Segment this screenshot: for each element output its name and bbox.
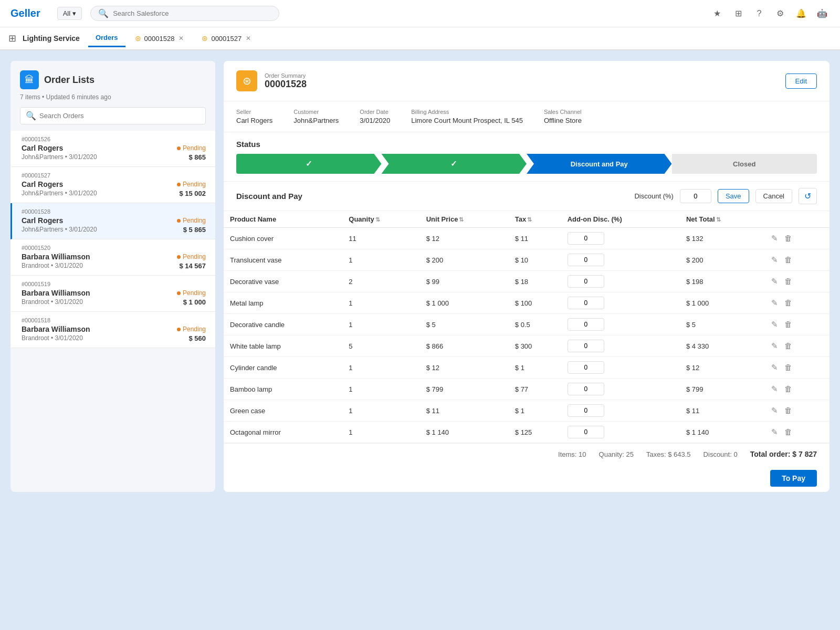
tab-close-2[interactable]: ✕ [245, 34, 252, 43]
grid-icon[interactable]: ⊞ [8, 33, 16, 44]
cell-actions: ✎ 🗑 [763, 292, 830, 314]
cell-product: Decorative vase [224, 271, 342, 292]
edit-row-button[interactable]: ✎ [769, 426, 780, 438]
delete-row-button[interactable]: 🗑 [782, 297, 794, 308]
save-button[interactable]: Save [718, 189, 749, 203]
order-name: Barbara Williamson [22, 253, 90, 261]
tab-00001528[interactable]: ⊛ 00001528 ✕ [128, 29, 193, 47]
delete-row-button[interactable]: 🗑 [782, 426, 794, 437]
cell-addon[interactable] [561, 249, 680, 271]
delete-row-button[interactable]: 🗑 [782, 405, 794, 416]
cell-unit-price: $ 99 [420, 271, 509, 292]
table-row: Metal lamp 1 $ 1 000 $ 100 $ 1 000 ✎ 🗑 [224, 292, 830, 314]
cell-net-total: $ 200 [680, 249, 763, 271]
cell-addon[interactable] [561, 292, 680, 314]
discount-input[interactable] [680, 189, 711, 203]
edit-row-button[interactable]: ✎ [769, 405, 780, 416]
delete-row-button[interactable]: 🗑 [782, 233, 794, 244]
refresh-button[interactable]: ↺ [799, 188, 817, 204]
search-orders-input[interactable] [39, 112, 200, 120]
status-dot [177, 146, 181, 150]
tab-close-1[interactable]: ✕ [177, 34, 185, 43]
addon-input[interactable] [568, 254, 604, 266]
edit-row-button[interactable]: ✎ [769, 276, 780, 287]
tab-00001527[interactable]: ⊛ 00001527 ✕ [194, 29, 259, 47]
addon-input[interactable] [568, 275, 604, 288]
order-item[interactable]: #00001527 Carl Rogers Pending John&Partn… [10, 167, 215, 203]
status-step-2: ✓ [382, 154, 527, 174]
global-search[interactable]: 🔍 [90, 6, 279, 21]
edit-row-button[interactable]: ✎ [769, 297, 780, 309]
cell-unit-price: $ 1 140 [420, 422, 509, 443]
addon-input[interactable] [568, 361, 604, 374]
delete-row-button[interactable]: 🗑 [782, 319, 794, 330]
footer-discount: Discount: 0 [704, 450, 738, 458]
cell-net-total: $ 12 [680, 357, 763, 379]
cell-actions: ✎ 🗑 [763, 335, 830, 357]
cell-unit-price: $ 200 [420, 249, 509, 271]
search-orders[interactable]: 🔍 [20, 107, 206, 124]
cell-tax: $ 1 [509, 400, 561, 422]
edit-button[interactable]: Edit [785, 74, 817, 89]
order-item[interactable]: #00001519 Barbara Williamson Pending Bra… [10, 276, 215, 312]
cell-product: Octagonal mirror [224, 422, 342, 443]
order-item[interactable]: #00001518 Barbara Williamson Pending Bra… [10, 312, 215, 348]
status-badge: Pending [177, 326, 206, 333]
delete-row-button[interactable]: 🗑 [782, 340, 794, 351]
all-dropdown[interactable]: All ▾ [57, 7, 82, 20]
cell-addon[interactable] [561, 314, 680, 335]
nav-actions: ★ ⊞ ? ⚙ 🔔 🤖 [710, 6, 830, 21]
table-row: Green case 1 $ 11 $ 1 $ 11 ✎ 🗑 [224, 400, 830, 422]
order-item[interactable]: #00001526 Carl Rogers Pending John&Partn… [10, 131, 215, 167]
cell-addon[interactable] [561, 271, 680, 292]
edit-row-button[interactable]: ✎ [769, 383, 780, 395]
cell-tax: $ 1 [509, 357, 561, 379]
pay-row: To Pay [224, 465, 830, 492]
cell-addon[interactable] [561, 400, 680, 422]
order-name: Carl Rogers [22, 180, 63, 188]
addon-input[interactable] [568, 297, 604, 309]
status-badge: Pending [177, 181, 206, 188]
addon-input[interactable] [568, 340, 604, 352]
addon-input[interactable] [568, 232, 604, 245]
delete-row-button[interactable]: 🗑 [782, 254, 794, 265]
table-row: Translucent vase 1 $ 200 $ 10 $ 200 ✎ 🗑 [224, 249, 830, 271]
delete-row-button[interactable]: 🗑 [782, 362, 794, 373]
to-pay-button[interactable]: To Pay [770, 470, 817, 487]
addon-input[interactable] [568, 426, 604, 438]
avatar[interactable]: 🤖 [815, 6, 830, 21]
notifications-icon[interactable]: 🔔 [794, 6, 808, 21]
cell-addon[interactable] [561, 379, 680, 400]
edit-row-button[interactable]: ✎ [769, 362, 780, 373]
delete-row-button[interactable]: 🗑 [782, 276, 794, 287]
cell-product: Cylinder candle [224, 357, 342, 379]
settings-icon[interactable]: ⚙ [773, 6, 788, 21]
product-table-container: Product Name Quanity⇅ Unit Price⇅ Tax⇅ A… [224, 211, 830, 443]
cell-addon[interactable] [561, 335, 680, 357]
cell-addon[interactable] [561, 228, 680, 249]
order-item[interactable]: #00001528 Carl Rogers Pending John&Partn… [10, 203, 215, 239]
cell-net-total: $ 1 000 [680, 292, 763, 314]
help-icon[interactable]: ? [752, 6, 766, 21]
favorites-icon[interactable]: ★ [710, 6, 724, 21]
cell-addon[interactable] [561, 357, 680, 379]
cancel-button[interactable]: Cancel [755, 189, 792, 203]
cell-unit-price: $ 12 [420, 357, 509, 379]
order-item[interactable]: #00001520 Barbara Williamson Pending Bra… [10, 239, 215, 276]
cell-addon[interactable] [561, 422, 680, 443]
cell-actions: ✎ 🗑 [763, 271, 830, 292]
addon-input[interactable] [568, 404, 604, 417]
cell-quantity: 1 [342, 422, 419, 443]
tab-orders[interactable]: Orders [88, 29, 125, 47]
edit-row-button[interactable]: ✎ [769, 340, 780, 352]
edit-row-button[interactable]: ✎ [769, 319, 780, 330]
addon-input[interactable] [568, 383, 604, 395]
edit-row-button[interactable]: ✎ [769, 254, 780, 266]
search-input[interactable] [113, 9, 271, 17]
delete-row-button[interactable]: 🗑 [782, 383, 794, 394]
add-icon[interactable]: ⊞ [731, 6, 746, 21]
discount-title: Discount and Pay [236, 192, 628, 201]
addon-input[interactable] [568, 318, 604, 331]
order-amount: $ 5 865 [183, 226, 206, 234]
edit-row-button[interactable]: ✎ [769, 233, 780, 244]
